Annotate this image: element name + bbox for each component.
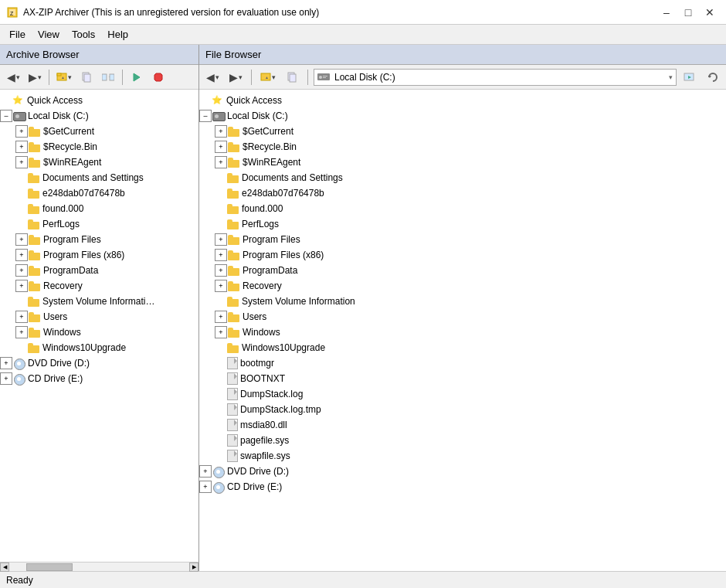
list-item[interactable]: + Users xyxy=(0,309,198,325)
expander[interactable]: + xyxy=(15,249,28,261)
archive-item-label: Users xyxy=(43,311,67,322)
list-item[interactable]: + Program Files xyxy=(0,232,198,247)
list-item[interactable]: pagefile.sys xyxy=(199,433,726,448)
expander[interactable]: + xyxy=(15,326,28,338)
list-item[interactable]: e248dab07d76478b xyxy=(0,185,198,201)
file-back-button[interactable]: ◀▾ xyxy=(202,67,222,87)
scroll-right-btn[interactable]: ▶ xyxy=(189,563,198,572)
svg-rect-10 xyxy=(110,74,114,80)
expander[interactable]: + xyxy=(15,264,28,277)
list-item[interactable]: System Volume Informati… xyxy=(0,294,198,309)
expander[interactable]: + xyxy=(15,280,28,292)
list-item[interactable]: swapfile.sys xyxy=(199,448,726,464)
list-item[interactable]: e248dab07d76478b xyxy=(199,185,726,201)
list-item[interactable]: + $GetCurrent xyxy=(0,124,198,139)
file-up-button[interactable]: ▲ ▾ xyxy=(257,67,279,87)
expander[interactable]: + xyxy=(215,326,227,338)
list-item[interactable]: + Recovery xyxy=(0,278,198,294)
list-item[interactable]: + CD Drive (E:) xyxy=(199,479,726,495)
file-tree-view[interactable]: Quick Access – Local Disk (C:) + $GetCur… xyxy=(199,90,726,571)
scroll-thumb[interactable] xyxy=(26,563,73,571)
list-item[interactable]: DumpStack.log xyxy=(199,386,726,402)
expander[interactable]: + xyxy=(215,249,227,261)
file-refresh-button[interactable] xyxy=(703,67,723,87)
list-item[interactable]: – Local Disk (C:) xyxy=(0,108,198,124)
menu-help[interactable]: Help xyxy=(101,27,134,42)
expander[interactable]: + xyxy=(15,141,28,153)
file-copy-button[interactable] xyxy=(282,67,302,87)
expander[interactable]: + xyxy=(199,481,212,493)
list-item[interactable]: + Windows xyxy=(0,325,198,340)
expander[interactable]: + xyxy=(215,280,227,292)
expander[interactable]: + xyxy=(215,311,227,323)
archive-tree-view[interactable]: Quick Access – Local Disk (C:) + $GetCur… xyxy=(0,90,198,562)
archive-move-button[interactable]: → xyxy=(98,67,118,87)
expander[interactable]: + xyxy=(0,357,12,369)
archive-stop-button[interactable] xyxy=(148,67,168,87)
file-nav-button[interactable] xyxy=(680,67,700,87)
list-item[interactable]: + Program Files (x86) xyxy=(199,247,726,263)
archive-forward-button[interactable]: ▶▾ xyxy=(25,67,45,87)
list-item[interactable]: PerfLogs xyxy=(199,216,726,232)
list-item[interactable]: System Volume Information xyxy=(199,294,726,309)
expander[interactable]: + xyxy=(15,125,28,138)
list-item[interactable]: + ProgramData xyxy=(0,263,198,278)
list-item[interactable]: DumpStack.log.tmp xyxy=(199,402,726,417)
list-item[interactable]: + Users xyxy=(199,309,726,325)
expander[interactable]: + xyxy=(215,233,227,246)
list-item[interactable]: found.000 xyxy=(199,201,726,216)
maximize-button[interactable]: □ xyxy=(678,2,698,22)
expander[interactable]: + xyxy=(0,372,12,385)
expander[interactable]: + xyxy=(215,141,227,153)
expander[interactable]: + xyxy=(199,465,212,478)
archive-copy-button[interactable] xyxy=(76,67,97,87)
address-dropdown-arrow[interactable]: ▾ xyxy=(669,73,673,81)
address-input[interactable]: Local Disk (C:) ▾ xyxy=(314,69,677,86)
file-forward-button[interactable]: ▶▾ xyxy=(226,67,246,87)
close-button[interactable]: ✕ xyxy=(700,2,720,22)
menu-tools[interactable]: Tools xyxy=(66,27,101,42)
list-item[interactable]: + Recovery xyxy=(199,278,726,294)
list-item[interactable]: Windows10Upgrade xyxy=(0,340,198,355)
list-item[interactable]: + ProgramData xyxy=(199,263,726,278)
archive-back-button[interactable]: ◀▾ xyxy=(3,67,23,87)
menu-file[interactable]: File xyxy=(3,27,32,42)
list-item[interactable]: + DVD Drive (D:) xyxy=(199,464,726,479)
scroll-left-btn[interactable]: ◀ xyxy=(0,563,9,572)
expander[interactable]: + xyxy=(15,156,28,168)
list-item[interactable]: + Program Files xyxy=(199,232,726,247)
list-item[interactable]: PerfLogs xyxy=(0,216,198,232)
expander[interactable]: + xyxy=(215,156,227,168)
list-item[interactable]: + $Recycle.Bin xyxy=(0,139,198,155)
archive-action-button[interactable] xyxy=(127,67,147,87)
list-item[interactable]: bootmgr xyxy=(199,355,726,371)
list-item[interactable]: + $WinREAgent xyxy=(0,155,198,170)
expander[interactable]: + xyxy=(215,125,227,138)
list-item[interactable]: Quick Access xyxy=(0,93,198,108)
minimize-button[interactable]: – xyxy=(656,2,677,22)
expander[interactable]: – xyxy=(0,110,12,122)
list-item[interactable]: + DVD Drive (D:) xyxy=(0,355,198,371)
list-item[interactable]: + Program Files (x86) xyxy=(0,247,198,263)
list-item[interactable]: – Local Disk (C:) xyxy=(199,108,726,124)
list-item[interactable]: + $Recycle.Bin xyxy=(199,139,726,155)
menu-view[interactable]: View xyxy=(32,27,66,42)
list-item[interactable]: found.000 xyxy=(0,201,198,216)
list-item[interactable]: + $WinREAgent xyxy=(199,155,726,170)
expander[interactable]: + xyxy=(15,233,28,246)
list-item[interactable]: Documents and Settings xyxy=(0,170,198,185)
list-item[interactable]: msdia80.dll xyxy=(199,417,726,433)
archive-up-button[interactable]: ▲ ▾ xyxy=(53,67,75,87)
expander[interactable]: + xyxy=(215,264,227,277)
list-item[interactable]: Documents and Settings xyxy=(199,170,726,185)
list-item[interactable]: + CD Drive (E:) xyxy=(0,371,198,386)
list-item[interactable]: + Windows xyxy=(199,325,726,340)
expander[interactable]: – xyxy=(199,110,212,122)
list-item[interactable]: BOOTNXT xyxy=(199,371,726,386)
expander[interactable]: + xyxy=(15,311,28,323)
list-item[interactable]: Windows10Upgrade xyxy=(199,340,726,355)
list-item[interactable]: + $GetCurrent xyxy=(199,124,726,139)
archive-scrollbar-h[interactable]: ◀ ▶ xyxy=(0,562,198,571)
list-item[interactable]: Quick Access xyxy=(199,93,726,108)
file-item-label: swapfile.sys xyxy=(240,450,290,461)
